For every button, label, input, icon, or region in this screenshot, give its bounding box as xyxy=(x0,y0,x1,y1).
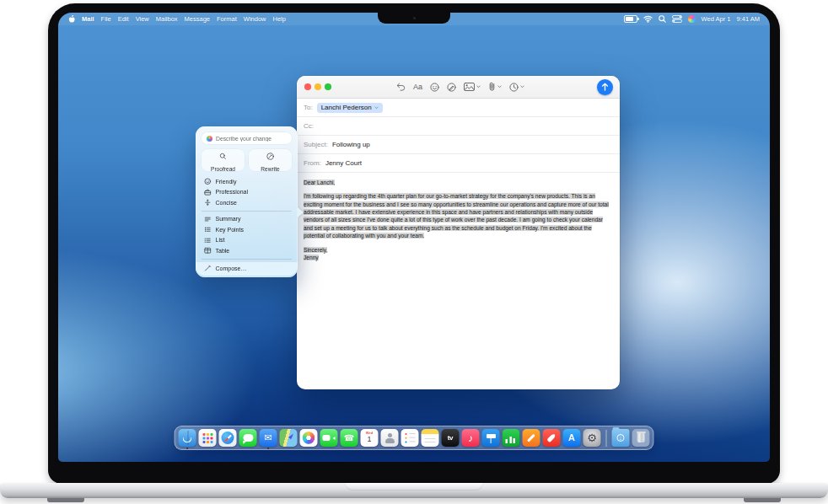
summary-icon xyxy=(204,216,212,223)
dock-app-tv-icon[interactable]: tv xyxy=(442,429,460,447)
laptop-foot-left xyxy=(47,498,84,502)
dock-app-trash-icon[interactable] xyxy=(632,429,650,447)
dock-app-pages-icon[interactable] xyxy=(523,429,540,447)
wifi-icon[interactable] xyxy=(643,15,653,23)
status-icons xyxy=(624,15,696,23)
chevron-down-icon xyxy=(374,106,379,110)
send-button[interactable] xyxy=(597,79,613,95)
menu-bar-clock[interactable]: 9:41 AM xyxy=(736,15,760,23)
window-controls xyxy=(304,83,331,90)
photos-icon[interactable] xyxy=(464,83,481,91)
writing-tools-option-professional[interactable]: Professional xyxy=(202,187,292,198)
option-label: List xyxy=(216,237,225,243)
menu-file[interactable]: File xyxy=(101,15,111,23)
emoji-icon[interactable] xyxy=(430,83,439,92)
laptop-base xyxy=(0,483,828,498)
attach-icon[interactable] xyxy=(488,82,502,92)
keypoints-icon xyxy=(204,226,212,233)
menu-help[interactable]: Help xyxy=(272,15,285,23)
spotlight-icon[interactable] xyxy=(659,15,666,23)
markup-icon[interactable] xyxy=(447,83,456,92)
app-glyph: ✉ xyxy=(264,433,272,442)
window-titlebar[interactable]: Aa xyxy=(297,76,620,99)
writing-tools-option-friendly[interactable]: Friendly xyxy=(202,176,292,187)
writing-tools-option-summary[interactable]: Summary xyxy=(202,214,292,225)
writing-tools-option-list[interactable]: List xyxy=(202,235,292,246)
dock-app-launchpad-icon[interactable] xyxy=(199,429,217,447)
dock-app-phone-icon[interactable]: ☎ xyxy=(341,429,358,447)
dock-app-contacts-icon[interactable] xyxy=(381,429,399,447)
from-field[interactable]: From: Jenny Court xyxy=(297,154,620,173)
running-indicator xyxy=(267,448,270,450)
recipient-token[interactable]: Lanchi Pederson xyxy=(317,103,383,113)
magnifier-icon xyxy=(219,148,227,164)
menu-format[interactable]: Format xyxy=(217,15,237,23)
dock-app-maps-icon[interactable] xyxy=(280,429,298,447)
send-later-icon[interactable] xyxy=(509,83,524,92)
email-body-editor[interactable]: Dear Lanchi, I'm following up regarding … xyxy=(297,173,620,389)
from-value: Jenny Court xyxy=(325,159,362,167)
dock-app-appstore-icon[interactable]: A xyxy=(563,429,581,447)
format-icon[interactable]: Aa xyxy=(413,83,422,91)
dock-app-notes-icon[interactable] xyxy=(422,429,439,447)
rewrite-label: Rewrite xyxy=(261,166,279,172)
popover-arrow xyxy=(298,207,304,217)
writing-tools-option-compose[interactable]: Compose… xyxy=(196,262,298,276)
dock-app-downloads-icon[interactable]: ↓ xyxy=(612,429,630,447)
dock-app-mail-icon[interactable]: ✉ xyxy=(260,429,277,447)
dock-app-reminders-icon[interactable] xyxy=(401,429,419,447)
zoom-window-button[interactable] xyxy=(325,83,331,90)
dock-app-numbers-icon[interactable] xyxy=(503,429,520,447)
menu-message[interactable]: Message xyxy=(185,15,210,23)
proofread-button[interactable]: Proofread xyxy=(202,149,245,171)
writing-tools-option-key-points[interactable]: Key Points xyxy=(202,224,292,235)
writing-tools-option-table[interactable]: Table xyxy=(202,245,292,256)
running-indicator xyxy=(186,448,189,450)
dock-app-facetime-icon[interactable] xyxy=(320,429,338,447)
dock-app-music-icon[interactable]: ♪ xyxy=(462,429,480,447)
dock-app-settings-icon[interactable]: ⚙ xyxy=(583,429,601,447)
cc-field[interactable]: Cc: xyxy=(297,117,620,136)
divider xyxy=(202,211,292,212)
menu-bar-status: Wed Apr 1 9:41 AM xyxy=(624,15,760,23)
dock-app-finder-icon[interactable] xyxy=(179,429,196,447)
dock-app-calendar-icon[interactable]: 1 xyxy=(361,429,379,447)
minimize-window-button[interactable] xyxy=(315,83,321,90)
camera-dot xyxy=(413,17,416,19)
table-icon xyxy=(204,247,212,255)
rewrite-button[interactable]: Rewrite xyxy=(249,149,292,171)
writing-tools-option-concise[interactable]: Concise xyxy=(202,197,292,208)
from-label: From: xyxy=(304,159,321,167)
menu-mailbox[interactable]: Mailbox xyxy=(156,15,178,23)
apple-menu-icon[interactable] xyxy=(68,15,75,24)
dock-app-messages-icon[interactable] xyxy=(239,429,257,447)
battery-icon[interactable] xyxy=(624,15,637,23)
briefcase-icon xyxy=(204,189,212,196)
menu-edit[interactable]: Edit xyxy=(118,15,129,23)
describe-change-placeholder: Describe your change xyxy=(216,136,272,142)
dock-app-rocket-icon[interactable] xyxy=(543,429,561,447)
apple-intelligence-icon xyxy=(207,136,212,142)
list-icon xyxy=(204,237,212,244)
to-field[interactable]: To: Lanchi Pederson xyxy=(297,99,620,117)
undo-icon[interactable] xyxy=(396,83,406,91)
menu-mail[interactable]: Mail xyxy=(82,15,94,23)
menu-window[interactable]: Window xyxy=(244,15,266,23)
menu-view[interactable]: View xyxy=(136,15,149,23)
menu-bar-date[interactable]: Wed Apr 1 xyxy=(702,15,731,23)
smiley-icon xyxy=(204,178,212,185)
display-notch xyxy=(378,13,450,24)
control-center-icon[interactable] xyxy=(672,15,682,23)
laptop-foot-right xyxy=(744,498,781,502)
writing-tools-options: FriendlyProfessionalConciseSummaryKey Po… xyxy=(202,176,292,277)
dock-app-photos-icon[interactable] xyxy=(300,429,318,447)
siri-icon[interactable] xyxy=(688,15,696,23)
dock-app-safari-icon[interactable] xyxy=(219,429,237,447)
writing-tools-actions: ProofreadRewrite xyxy=(202,149,292,171)
subject-field[interactable]: Subject: Following up xyxy=(297,136,620,154)
subject-value: Following up xyxy=(332,141,370,148)
rewrite-icon xyxy=(266,148,274,164)
dock-app-keynote-icon[interactable] xyxy=(482,429,500,447)
close-window-button[interactable] xyxy=(304,83,311,90)
describe-change-input[interactable]: Describe your change xyxy=(202,132,292,144)
